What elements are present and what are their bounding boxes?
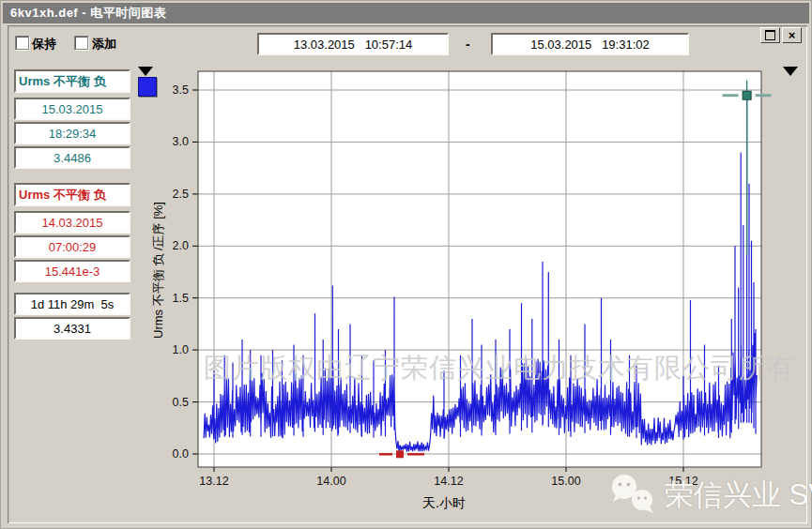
svg-text:1.0: 1.0 <box>173 343 189 356</box>
max-cursor-value-box: 3.4486 <box>14 146 130 169</box>
delta-value-box: 3.4331 <box>14 317 130 340</box>
min-cursor-time-box: 07:00:29 <box>14 235 130 258</box>
svg-text:13.12: 13.12 <box>199 475 228 488</box>
delta-duration-box: 1d 11h 29m 5s <box>14 293 130 315</box>
chart-dropdown-button[interactable] <box>783 67 798 76</box>
close-icon: × <box>789 29 796 41</box>
svg-text:15.00: 15.00 <box>551 475 580 488</box>
page-title: 6kv1xh.def - 电平时间图表 <box>10 5 166 22</box>
svg-text:3.5: 3.5 <box>173 83 189 97</box>
svg-text:2.5: 2.5 <box>173 188 189 201</box>
app-window: 6kv1xh.def - 电平时间图表 保持 添加 13.03.2015 10:… <box>0 0 812 529</box>
hold-checkbox-label: 保持 <box>32 36 56 53</box>
max-cursor-date-box: 15.03.2015 <box>14 98 130 120</box>
min-cursor-value-box: 15.441e-3 <box>14 260 130 282</box>
add-checkbox[interactable] <box>74 36 88 50</box>
svg-text:2.0: 2.0 <box>173 239 189 252</box>
range-separator: - <box>466 37 470 52</box>
svg-text:0.5: 0.5 <box>173 396 189 409</box>
range-end-field[interactable]: 15.03.2015 19:31:02 <box>491 33 689 55</box>
maximize-button[interactable] <box>760 27 780 43</box>
close-button[interactable]: × <box>782 27 802 43</box>
range-start-field[interactable]: 13.03.2015 10:57:14 <box>257 33 449 55</box>
maximize-icon <box>765 30 775 40</box>
max-cursor-time-box: 18:29:34 <box>14 122 130 144</box>
svg-text:14.12: 14.12 <box>434 475 463 488</box>
hold-checkbox[interactable] <box>15 36 29 50</box>
max-cursor-series-box: Urms 不平衡 负 <box>14 69 130 93</box>
svg-text:3.0: 3.0 <box>173 135 189 148</box>
svg-text:14.00: 14.00 <box>316 475 345 488</box>
add-checkbox-label: 添加 <box>92 36 116 53</box>
chart-canvas[interactable]: 0.00.51.01.52.02.53.03.513.1214.0014.121… <box>151 62 812 521</box>
chevron-down-icon <box>783 67 798 76</box>
min-cursor-date-box: 14.03.2015 <box>14 211 130 234</box>
min-cursor-series-box: Urms 不平衡 负 <box>14 183 130 206</box>
svg-text:0.0: 0.0 <box>173 447 189 461</box>
title-bar[interactable]: 6kv1xh.def - 电平时间图表 <box>3 3 809 23</box>
svg-text:15.12: 15.12 <box>668 475 697 488</box>
svg-text:1.5: 1.5 <box>173 292 189 305</box>
